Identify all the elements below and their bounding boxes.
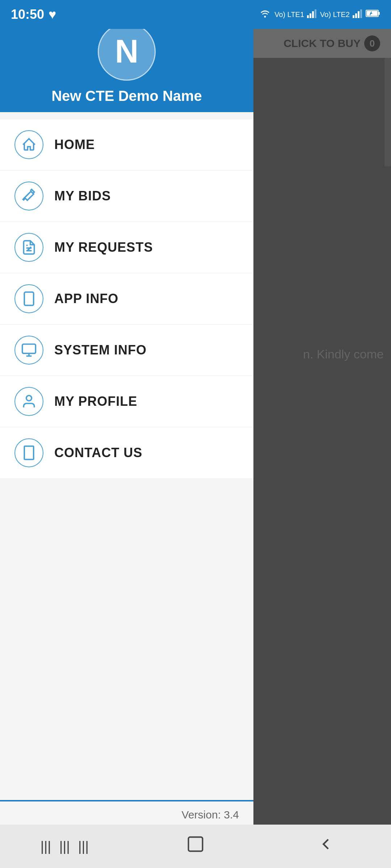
sidebar-item-contact-us[interactable]: CONTACT US — [0, 427, 253, 478]
home-label: HOME — [54, 137, 95, 152]
svg-rect-2 — [310, 13, 311, 18]
sidebar-item-my-bids[interactable]: MY BIDS — [0, 171, 253, 221]
avatar: N — [98, 23, 156, 81]
svg-point-22 — [26, 396, 32, 401]
my-profile-label: MY PROFILE — [54, 394, 137, 409]
svg-rect-3 — [312, 11, 314, 18]
nav-menu-button[interactable]: ⫼⫼⫼ — [43, 832, 87, 861]
svg-rect-7 — [358, 11, 360, 18]
my-requests-label: MY REQUESTS — [54, 240, 153, 255]
drawer-menu: HOME MY BIDS — [0, 112, 253, 800]
svg-rect-10 — [378, 12, 380, 15]
app-info-label: APP INFO — [54, 291, 118, 306]
heart-icon: ♥ — [49, 7, 56, 22]
sidebar-item-home[interactable]: HOME — [0, 119, 253, 170]
sidebar-item-system-info[interactable]: SYSTEM INFO — [0, 325, 253, 375]
nav-home-button[interactable] — [174, 832, 217, 861]
status-bar: 10:50 ♥ Vo) LTE1 Vo) LTE2 — [0, 0, 391, 29]
home-icon — [14, 130, 43, 159]
version-text: Version: 3.4 — [182, 809, 239, 821]
sidebar-item-my-profile[interactable]: MY PROFILE — [0, 376, 253, 427]
system-info-label: SYSTEM INFO — [54, 342, 147, 358]
contact-us-label: CONTACT US — [54, 445, 142, 460]
signal2-icon — [353, 9, 363, 20]
nav-back-icon — [316, 835, 335, 858]
svg-rect-5 — [353, 15, 354, 18]
my-bids-label: MY BIDS — [54, 188, 111, 204]
wifi-icon — [258, 9, 272, 20]
svg-rect-4 — [315, 9, 316, 18]
svg-point-0 — [264, 16, 266, 18]
svg-rect-6 — [355, 13, 357, 18]
battery-icon — [366, 9, 380, 20]
svg-rect-19 — [22, 344, 36, 354]
sidebar-item-app-info[interactable]: APP INFO — [0, 273, 253, 324]
lte2-label: Vo) LTE2 — [320, 10, 350, 19]
svg-rect-1 — [307, 15, 309, 18]
phone-grid-icon — [14, 438, 43, 467]
status-time: 10:50 — [11, 7, 44, 22]
nav-menu-icon: ⫼⫼⫼ — [37, 835, 93, 857]
status-icons: Vo) LTE1 Vo) LTE2 — [258, 9, 380, 20]
nav-bar: ⫼⫼⫼ — [0, 825, 391, 868]
hammer-icon — [14, 182, 43, 210]
status-time-area: 10:50 ♥ — [11, 7, 56, 22]
user-name: New CTE Demo Name — [51, 88, 202, 104]
file-edit-icon — [14, 233, 43, 262]
user-icon — [14, 387, 43, 416]
signal1-icon — [307, 9, 317, 20]
svg-rect-23 — [24, 446, 34, 460]
lte1-label: Vo) LTE1 — [274, 10, 304, 19]
nav-back-button[interactable] — [304, 832, 348, 861]
smartphone-icon — [14, 284, 43, 313]
nav-home-icon — [186, 835, 205, 858]
drawer: N New CTE Demo Name HOME — [0, 0, 253, 868]
svg-rect-8 — [360, 9, 362, 18]
version-footer: Version: 3.4 — [0, 800, 253, 828]
svg-rect-34 — [189, 837, 203, 851]
sidebar-item-my-requests[interactable]: MY REQUESTS — [0, 222, 253, 273]
monitor-icon — [14, 336, 43, 365]
